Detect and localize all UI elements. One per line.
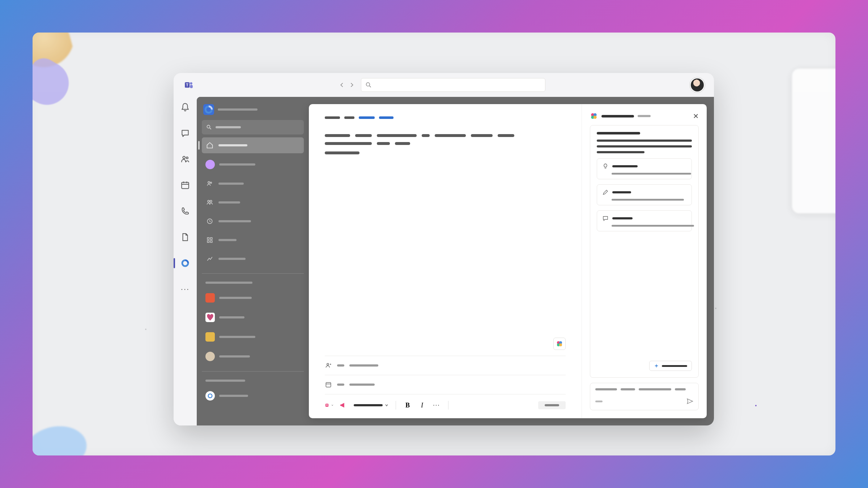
avatar-icon	[205, 352, 215, 361]
svg-point-4	[366, 83, 370, 86]
nav-recent[interactable]	[202, 213, 304, 229]
workspace-logo-icon	[203, 104, 214, 115]
svg-rect-21	[207, 241, 209, 243]
suggestion-card[interactable]	[597, 210, 692, 231]
nav-home[interactable]	[202, 137, 304, 153]
person-avatar-icon	[205, 160, 215, 169]
rail-chat[interactable]	[179, 127, 192, 140]
pinned-item[interactable]	[202, 309, 304, 326]
suggestion-card[interactable]	[597, 184, 692, 205]
svg-point-27	[559, 343, 562, 346]
nav-person[interactable]	[202, 156, 304, 173]
tile-icon	[205, 332, 215, 342]
workspace-header[interactable]	[202, 102, 304, 117]
copilot-message-card	[590, 125, 699, 378]
copilot-intro	[597, 140, 692, 153]
svg-text:T: T	[186, 83, 188, 87]
megaphone-icon	[340, 401, 348, 409]
desktop-surface: T Search	[33, 33, 835, 455]
pinned-item[interactable]	[202, 329, 304, 345]
italic-button[interactable]: I	[418, 401, 426, 410]
breadcrumb[interactable]	[325, 116, 566, 119]
grid-icon	[205, 236, 214, 244]
copilot-logo-icon	[590, 112, 598, 120]
announce-button[interactable]	[339, 401, 348, 410]
channel-search[interactable]	[202, 120, 304, 134]
component-picker[interactable]	[325, 401, 333, 410]
rail-calls[interactable]	[179, 205, 192, 218]
channel-panel	[197, 97, 309, 425]
home-icon	[205, 141, 214, 150]
bold-button[interactable]: B	[403, 401, 412, 410]
copilot-fab[interactable]	[553, 338, 566, 350]
loop-component-icon	[325, 402, 329, 409]
chat-icon	[602, 215, 609, 222]
search-input[interactable]: Search	[361, 78, 545, 92]
svg-point-16	[208, 200, 209, 202]
copilot-send-button[interactable]	[686, 398, 693, 405]
svg-line-13	[210, 128, 211, 129]
suggestion-card[interactable]	[597, 158, 692, 179]
svg-rect-2	[190, 85, 193, 88]
nav-team[interactable]	[202, 194, 304, 210]
toolbar-more[interactable]: ···	[432, 401, 441, 410]
clock-icon	[205, 217, 214, 226]
copilot-header	[590, 112, 699, 120]
tile-icon	[205, 313, 215, 322]
teams-app-icon: T	[183, 79, 195, 91]
close-button[interactable]	[693, 113, 699, 119]
svg-point-6	[183, 156, 186, 159]
sparkle-icon	[654, 363, 659, 368]
user-avatar[interactable]	[690, 78, 705, 92]
rail-activity[interactable]	[179, 100, 192, 114]
copilot-input[interactable]	[590, 383, 699, 410]
copilot-greeting	[597, 132, 640, 134]
editor-card: B I ···	[309, 104, 707, 418]
svg-point-28	[327, 363, 329, 365]
back-button[interactable]	[339, 82, 344, 87]
titlebar: T Search	[174, 73, 714, 97]
close-icon	[693, 113, 699, 119]
send-icon	[686, 398, 693, 405]
nav-arrows	[339, 82, 354, 87]
nav-pinned[interactable]	[202, 232, 304, 248]
pencil-icon	[602, 189, 609, 196]
rail-files[interactable]	[179, 231, 192, 244]
nav-insights[interactable]	[202, 251, 304, 267]
pinned-item[interactable]	[202, 348, 304, 365]
pinned-item[interactable]	[202, 290, 304, 306]
people-icon	[325, 362, 332, 369]
search-icon	[366, 82, 371, 88]
workspace: B I ···	[197, 97, 714, 425]
copilot-panel	[582, 104, 707, 418]
chevron-down-icon	[385, 403, 388, 407]
calendar-icon	[325, 381, 332, 388]
forward-button[interactable]	[349, 82, 354, 87]
copilot-subtitle	[638, 115, 651, 117]
svg-point-38	[593, 116, 597, 119]
copilot-title	[601, 115, 634, 117]
people-section[interactable]	[325, 356, 566, 375]
rail-teams[interactable]	[179, 153, 192, 166]
document-body[interactable]	[325, 134, 566, 338]
copilot-input-placeholder	[595, 388, 693, 390]
date-section[interactable]	[325, 375, 566, 394]
chevron-down-icon	[331, 403, 333, 407]
suggestions-badge[interactable]	[649, 361, 692, 371]
copilot-icon	[205, 391, 215, 401]
svg-point-7	[186, 157, 188, 159]
svg-point-23	[208, 394, 212, 398]
text-style-picker[interactable]	[354, 403, 388, 407]
rail-calendar[interactable]	[179, 179, 192, 192]
lightbulb-icon	[602, 163, 609, 170]
send-button[interactable]	[538, 401, 566, 409]
svg-point-12	[207, 125, 210, 128]
svg-rect-8	[182, 182, 189, 188]
rail-more[interactable]: ···	[179, 283, 192, 296]
nav-shared[interactable]	[202, 176, 304, 192]
svg-rect-20	[210, 237, 212, 239]
svg-rect-33	[326, 405, 328, 406]
people-icon	[205, 179, 214, 188]
footer-copilot[interactable]	[202, 388, 304, 404]
rail-loop[interactable]	[179, 257, 192, 270]
